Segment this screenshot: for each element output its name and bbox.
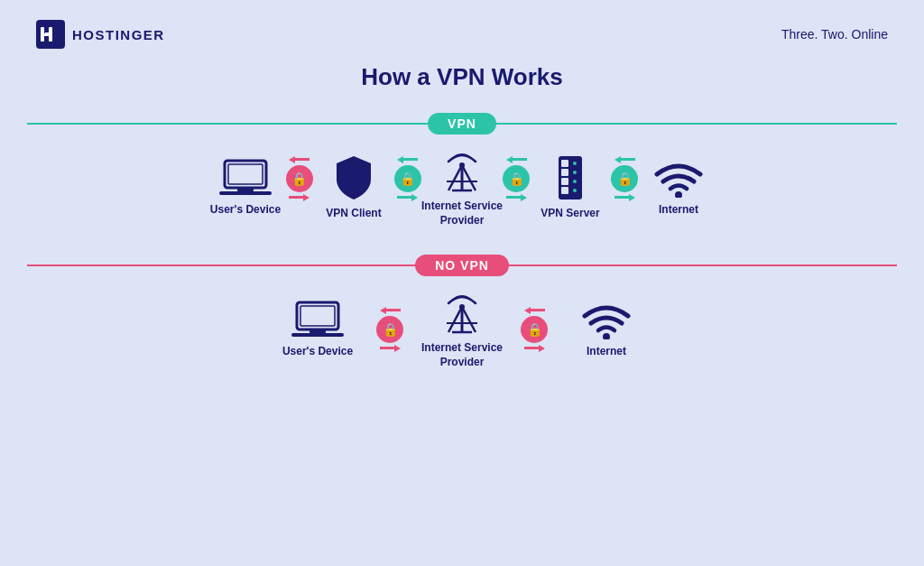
node-label-vpn-client: VPN Client xyxy=(326,207,381,221)
node-internet-vpn: Internet xyxy=(638,158,719,218)
svg-rect-19 xyxy=(561,187,568,194)
wifi-icon-vpn xyxy=(652,158,705,198)
vpn-label: VPN xyxy=(428,113,496,135)
svg-line-30 xyxy=(448,307,462,332)
vpn-section: VPN User's Device xyxy=(27,104,897,238)
node-internet-novpn: Internet xyxy=(557,300,656,359)
logo-text: HOSTINGER xyxy=(72,27,165,42)
wifi-icon-novpn xyxy=(580,300,633,339)
antenna-icon-novpn xyxy=(439,289,485,336)
node-vpn-server: VPN Server xyxy=(530,154,611,221)
server-icon xyxy=(551,154,589,201)
svg-point-20 xyxy=(573,162,577,165)
svg-point-34 xyxy=(459,304,465,310)
arrow-green-1: 🔒 xyxy=(394,156,421,201)
node-label-users-device-novpn: User's Device xyxy=(282,345,353,359)
svg-rect-26 xyxy=(300,306,335,326)
novpn-section: NO VPN User's Device xyxy=(27,246,897,380)
svg-point-14 xyxy=(459,162,465,168)
node-label-isp-vpn: Internet ServiceProvider xyxy=(421,199,503,227)
novpn-label: NO VPN xyxy=(415,255,509,276)
node-isp-novpn: Internet ServiceProvider xyxy=(412,289,512,369)
svg-point-22 xyxy=(573,180,577,183)
svg-line-31 xyxy=(462,307,476,332)
arrow-red-1: 🔒 xyxy=(286,156,313,201)
sections-container: VPN User's Device xyxy=(0,104,924,380)
logo: HOSTINGER xyxy=(36,20,165,49)
laptop-icon-novpn xyxy=(291,300,344,339)
svg-rect-27 xyxy=(291,333,344,337)
header: HOSTINGER Three. Two. Online xyxy=(0,0,924,58)
svg-rect-17 xyxy=(561,169,568,176)
node-label-vpn-server: VPN Server xyxy=(541,207,599,221)
page-title: How a VPN Works xyxy=(0,63,924,91)
node-label-internet-vpn: Internet xyxy=(659,203,698,218)
hostinger-logo-icon xyxy=(36,20,65,49)
node-label-isp-novpn: Internet ServiceProvider xyxy=(421,341,503,369)
svg-point-35 xyxy=(603,333,610,339)
arrow-red-novpn-1: 🔒 xyxy=(376,307,403,352)
svg-rect-18 xyxy=(561,178,568,185)
vpn-divider: VPN xyxy=(27,113,897,135)
svg-rect-16 xyxy=(561,160,568,167)
shield-icon xyxy=(333,154,374,201)
tagline: Three. Two. Online xyxy=(781,27,888,42)
svg-point-23 xyxy=(573,189,577,192)
svg-point-24 xyxy=(675,191,682,198)
vpn-diagram-row: User's Device 🔒 xyxy=(27,144,897,229)
arrow-green-2: 🔒 xyxy=(503,156,530,201)
laptop-icon xyxy=(219,158,272,198)
node-users-device-vpn: User's Device xyxy=(205,158,286,218)
novpn-divider: NO VPN xyxy=(27,255,897,276)
arrow-green-3: 🔒 xyxy=(611,156,638,201)
node-isp-vpn: Internet ServiceProvider xyxy=(421,147,503,227)
node-vpn-client: VPN Client xyxy=(313,154,394,221)
node-label-internet-novpn: Internet xyxy=(587,345,626,359)
svg-line-11 xyxy=(462,165,476,190)
svg-rect-3 xyxy=(41,32,52,36)
node-label-users-device-vpn: User's Device xyxy=(210,203,281,218)
arrow-red-novpn-2: 🔒 xyxy=(521,307,548,352)
svg-rect-28 xyxy=(310,329,326,333)
svg-rect-8 xyxy=(237,188,254,191)
svg-line-10 xyxy=(448,165,462,190)
antenna-icon-vpn xyxy=(439,147,485,194)
svg-rect-7 xyxy=(219,191,272,195)
node-users-device-novpn: User's Device xyxy=(268,300,367,359)
svg-point-21 xyxy=(573,171,577,174)
novpn-diagram-row: User's Device 🔒 xyxy=(27,285,897,371)
svg-rect-6 xyxy=(228,164,263,184)
